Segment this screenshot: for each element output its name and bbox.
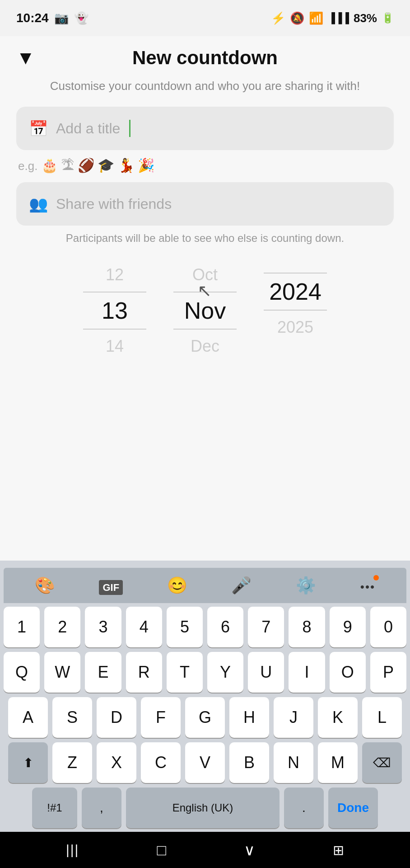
bottom-row: !#1 , English (UK) . Done <box>4 788 406 828</box>
key-b[interactable]: B <box>229 742 269 783</box>
key-9[interactable]: 9 <box>330 607 366 647</box>
key-4[interactable]: 4 <box>126 607 162 647</box>
signal-icon: ▐▐▐ <box>328 12 349 24</box>
keyboard: 🎨 GIF 😊 🎤 ⚙️ ••• 1 2 3 4 5 6 7 8 9 <box>0 561 410 832</box>
keyboard-toolbar: 🎨 GIF 😊 🎤 ⚙️ ••• <box>4 568 406 603</box>
emoji-4: 🎓 <box>98 158 114 173</box>
period-key[interactable]: . <box>284 788 324 828</box>
key-q[interactable]: Q <box>4 652 40 693</box>
key-k[interactable]: K <box>318 697 358 738</box>
emoji-1: 🎂 <box>41 158 58 173</box>
key-3[interactable]: 3 <box>85 607 121 647</box>
year-column[interactable]: 2024 2025 <box>250 258 340 363</box>
month-column[interactable]: Oct Nov Dec <box>160 258 250 363</box>
recents-button[interactable]: ∨ <box>244 841 255 859</box>
symbols-key[interactable]: !#1 <box>32 788 77 828</box>
zxcv-row: ⬆ Z X C V B N M ⌫ <box>4 742 406 783</box>
key-0[interactable]: 0 <box>370 607 406 647</box>
key-u[interactable]: U <box>248 652 284 693</box>
header: ▼ New countdown <box>16 47 394 69</box>
bluetooth-icon: ⚡ <box>271 11 285 25</box>
key-y[interactable]: Y <box>207 652 243 693</box>
key-1[interactable]: 1 <box>4 607 40 647</box>
emoji-6: 🎉 <box>138 158 154 173</box>
notification-dot <box>373 575 379 580</box>
key-v[interactable]: V <box>185 742 225 783</box>
asdf-row: A S D F G H J K L <box>4 697 406 738</box>
more-toolbar-button[interactable]: ••• <box>356 574 380 597</box>
key-l[interactable]: L <box>362 697 402 738</box>
key-e[interactable]: E <box>85 652 121 693</box>
share-placeholder: Share with friends <box>56 196 172 212</box>
comma-key[interactable]: , <box>82 788 121 828</box>
done-key[interactable]: Done <box>328 788 378 828</box>
key-o[interactable]: O <box>330 652 366 693</box>
gear-icon: ⚙️ <box>296 576 316 594</box>
battery-display: 83% <box>354 11 377 25</box>
key-2[interactable]: 2 <box>44 607 80 647</box>
back-button[interactable]: ||| <box>66 842 79 858</box>
home-button[interactable]: □ <box>157 841 166 859</box>
shift-key[interactable]: ⬆ <box>8 742 48 783</box>
day-item-selected: 13 <box>70 292 160 329</box>
status-icons: ⚡ 🔕 📶 ▐▐▐ 83% 🔋 <box>271 11 394 25</box>
key-c[interactable]: C <box>141 742 181 783</box>
key-s[interactable]: S <box>52 697 92 738</box>
key-w[interactable]: W <box>44 652 80 693</box>
snapchat-icon: 👻 <box>74 11 89 25</box>
camera-icon: 📷 <box>54 11 69 25</box>
key-z[interactable]: Z <box>52 742 92 783</box>
space-key[interactable]: English (UK) <box>126 788 280 828</box>
microphone-icon: 🎤 <box>231 576 252 594</box>
share-friends-field[interactable]: 👥 Share with friends <box>16 182 394 226</box>
qwerty-row: Q W E R T Y U I O P <box>4 652 406 693</box>
keyboard-rows: 1 2 3 4 5 6 7 8 9 0 Q W E R T Y U I O P … <box>4 607 406 828</box>
emoji-5: 💃 <box>118 158 135 173</box>
close-chevron-icon[interactable]: ▼ <box>16 47 35 69</box>
emoji-label: e.g. <box>18 159 37 173</box>
key-5[interactable]: 5 <box>167 607 203 647</box>
key-f[interactable]: F <box>141 697 181 738</box>
key-h[interactable]: H <box>229 697 269 738</box>
title-input-field[interactable]: 📅 Add a title <box>16 107 394 150</box>
participants-note: Participants will be able to see who els… <box>16 232 394 245</box>
year-item-prev <box>250 258 340 273</box>
page-title: New countdown <box>132 47 278 69</box>
sticker-toolbar-button[interactable]: 🎨 <box>30 574 60 597</box>
settings-toolbar-button[interactable]: ⚙️ <box>291 574 321 597</box>
key-r[interactable]: R <box>126 652 162 693</box>
date-picker[interactable]: ↖ 12 13 14 Oct Nov Dec 2024 2025 <box>16 258 394 363</box>
app-content: ▼ New countdown Customise your countdown… <box>0 36 410 561</box>
gif-icon: GIF <box>99 580 123 595</box>
mic-toolbar-button[interactable]: 🎤 <box>227 574 256 597</box>
key-p[interactable]: P <box>370 652 406 693</box>
emoji-2: 🏝 <box>61 158 75 173</box>
emoji-icon: 😊 <box>167 576 187 594</box>
key-m[interactable]: M <box>318 742 358 783</box>
emoji-examples: e.g. 🎂 🏝 🏈 🎓 💃 🎉 <box>16 157 394 173</box>
gif-toolbar-button[interactable]: GIF <box>94 574 127 597</box>
emoji-toolbar-button[interactable]: 😊 <box>163 574 192 597</box>
key-g[interactable]: G <box>185 697 225 738</box>
bottom-navigation: ||| □ ∨ ⊞ <box>0 832 410 868</box>
year-item-selected: 2024 <box>250 274 340 310</box>
key-n[interactable]: N <box>274 742 313 783</box>
sticker-icon: 🎨 <box>35 576 55 594</box>
key-6[interactable]: 6 <box>207 607 243 647</box>
key-7[interactable]: 7 <box>248 607 284 647</box>
more-icon: ••• <box>360 580 375 594</box>
day-column[interactable]: 12 13 14 <box>70 258 160 363</box>
calendar-icon: 📅 <box>29 119 48 137</box>
day-item-prev: 12 <box>70 258 160 292</box>
apps-button[interactable]: ⊞ <box>333 842 344 858</box>
key-i[interactable]: I <box>289 652 325 693</box>
key-j[interactable]: J <box>274 697 313 738</box>
key-t[interactable]: T <box>167 652 203 693</box>
year-item-next: 2025 <box>250 311 340 344</box>
key-d[interactable]: D <box>97 697 136 738</box>
backspace-key[interactable]: ⌫ <box>362 742 402 783</box>
key-a[interactable]: A <box>8 697 48 738</box>
key-x[interactable]: X <box>97 742 136 783</box>
key-8[interactable]: 8 <box>289 607 325 647</box>
friends-icon: 👥 <box>29 195 48 213</box>
